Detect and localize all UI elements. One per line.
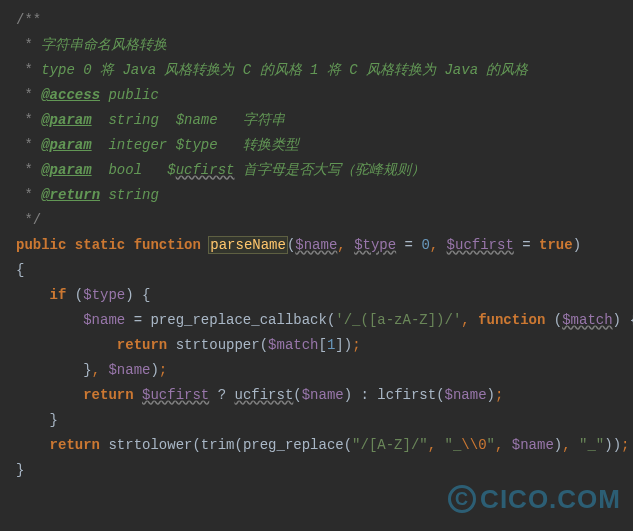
brace-open: { <box>0 258 633 283</box>
docblock-tag: @param <box>41 162 91 178</box>
docblock-close: */ <box>0 208 633 233</box>
callback-close: }, $name); <box>0 358 633 383</box>
docblock-tag: @access <box>41 87 100 103</box>
docblock-line: * @param bool $ucfirst 首字母是否大写（驼峰规则） <box>0 158 633 183</box>
watermark-text: CICO.COM <box>480 487 621 512</box>
function-name: parseName <box>209 237 287 253</box>
watermark: C CICO.COM <box>448 485 621 513</box>
docblock-line: * @param string $name 字符串 <box>0 108 633 133</box>
docblock-tag: @return <box>41 187 100 203</box>
docblock-line: * @param integer $type 转换类型 <box>0 133 633 158</box>
docblock-line: * type 0 将 Java 风格转换为 C 的风格 1 将 C 风格转换为 … <box>0 58 633 83</box>
return-inner: return strtoupper($match[1]); <box>0 333 633 358</box>
brace-close: } <box>0 458 633 483</box>
if-statement: if ($type) { <box>0 283 633 308</box>
docblock-open: /** <box>0 8 633 33</box>
docblock-tag: @param <box>41 112 91 128</box>
docblock-line: * @return string <box>0 183 633 208</box>
return-ternary: return $ucfirst ? ucfirst($name) : lcfir… <box>0 383 633 408</box>
if-close: } <box>0 408 633 433</box>
function-signature: public static function parseName($name, … <box>0 233 633 258</box>
docblock-line: * 字符串命名风格转换 <box>0 33 633 58</box>
watermark-icon: C <box>448 485 476 513</box>
code-editor[interactable]: /** * 字符串命名风格转换 * type 0 将 Java 风格转换为 C … <box>0 8 633 483</box>
docblock-line: * @access public <box>0 83 633 108</box>
return-final: return strtolower(trim(preg_replace("/[A… <box>0 433 633 458</box>
docblock-tag: @param <box>41 137 91 153</box>
assignment: $name = preg_replace_callback('/_([a-zA-… <box>0 308 633 333</box>
